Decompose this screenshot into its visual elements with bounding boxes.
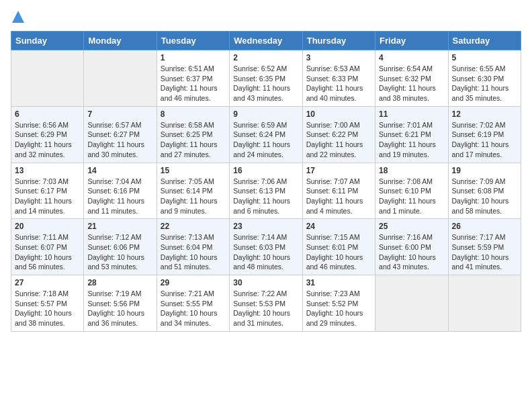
- calendar-week-row: 27Sunrise: 7:18 AM Sunset: 5:57 PM Dayli…: [11, 275, 521, 332]
- calendar-cell: [84, 50, 157, 107]
- day-number: 15: [161, 166, 226, 175]
- calendar-cell: 24Sunrise: 7:15 AM Sunset: 6:01 PM Dayli…: [302, 219, 375, 275]
- calendar-cell: 11Sunrise: 7:01 AM Sunset: 6:21 PM Dayli…: [375, 106, 448, 163]
- day-number: 31: [306, 278, 371, 287]
- day-number: 25: [379, 222, 444, 231]
- calendar-cell: 31Sunrise: 7:23 AM Sunset: 5:52 PM Dayli…: [302, 275, 375, 332]
- day-number: 27: [15, 278, 80, 287]
- calendar-cell: 5Sunrise: 6:55 AM Sunset: 6:30 PM Daylig…: [448, 50, 521, 107]
- calendar-header-thursday: Thursday: [302, 32, 375, 50]
- calendar-week-row: 1Sunrise: 6:51 AM Sunset: 6:37 PM Daylig…: [11, 50, 521, 107]
- day-number: 20: [15, 222, 80, 231]
- day-info: Sunrise: 7:06 AM Sunset: 6:13 PM Dayligh…: [233, 177, 298, 216]
- calendar-cell: 13Sunrise: 7:03 AM Sunset: 6:17 PM Dayli…: [11, 163, 84, 219]
- calendar-cell: 14Sunrise: 7:04 AM Sunset: 6:16 PM Dayli…: [84, 163, 157, 219]
- day-number: 2: [233, 53, 298, 62]
- day-info: Sunrise: 7:15 AM Sunset: 6:01 PM Dayligh…: [306, 232, 371, 272]
- calendar-cell: 3Sunrise: 6:53 AM Sunset: 6:33 PM Daylig…: [302, 50, 375, 107]
- calendar-cell: 17Sunrise: 7:07 AM Sunset: 6:11 PM Dayli…: [302, 163, 375, 219]
- calendar-cell: 9Sunrise: 6:59 AM Sunset: 6:24 PM Daylig…: [230, 106, 302, 163]
- day-info: Sunrise: 6:58 AM Sunset: 6:25 PM Dayligh…: [161, 120, 226, 160]
- day-info: Sunrise: 7:05 AM Sunset: 6:14 PM Dayligh…: [161, 177, 226, 216]
- day-number: 30: [233, 278, 298, 287]
- day-info: Sunrise: 7:09 AM Sunset: 6:08 PM Dayligh…: [452, 177, 517, 216]
- logo-icon: [12, 11, 24, 23]
- day-number: 7: [87, 109, 152, 119]
- calendar-cell: 6Sunrise: 6:56 AM Sunset: 6:29 PM Daylig…: [11, 106, 84, 163]
- day-number: 19: [452, 166, 517, 175]
- day-info: Sunrise: 6:54 AM Sunset: 6:32 PM Dayligh…: [379, 64, 444, 103]
- day-number: 4: [379, 53, 444, 62]
- day-info: Sunrise: 7:21 AM Sunset: 5:55 PM Dayligh…: [161, 289, 226, 328]
- day-number: 9: [233, 109, 298, 119]
- calendar-cell: 4Sunrise: 6:54 AM Sunset: 6:32 PM Daylig…: [375, 50, 448, 107]
- calendar-header-row: SundayMondayTuesdayWednesdayThursdayFrid…: [11, 32, 521, 50]
- day-number: 26: [452, 222, 517, 231]
- day-number: 22: [161, 222, 226, 231]
- calendar-cell: 22Sunrise: 7:13 AM Sunset: 6:04 PM Dayli…: [157, 219, 229, 275]
- day-info: Sunrise: 7:04 AM Sunset: 6:16 PM Dayligh…: [87, 177, 152, 216]
- calendar-cell: 15Sunrise: 7:05 AM Sunset: 6:14 PM Dayli…: [157, 163, 229, 219]
- day-number: 6: [15, 109, 80, 119]
- calendar-cell: 16Sunrise: 7:06 AM Sunset: 6:13 PM Dayli…: [230, 163, 302, 219]
- calendar-header-sunday: Sunday: [11, 32, 84, 50]
- calendar-table: SundayMondayTuesdayWednesdayThursdayFrid…: [11, 31, 521, 332]
- day-number: 16: [233, 166, 298, 175]
- day-number: 28: [87, 278, 152, 287]
- day-info: Sunrise: 7:00 AM Sunset: 6:22 PM Dayligh…: [306, 120, 371, 160]
- logo: [11, 11, 24, 23]
- day-info: Sunrise: 6:55 AM Sunset: 6:30 PM Dayligh…: [452, 64, 517, 103]
- calendar-cell: 18Sunrise: 7:08 AM Sunset: 6:10 PM Dayli…: [375, 163, 448, 219]
- calendar-cell: 21Sunrise: 7:12 AM Sunset: 6:06 PM Dayli…: [84, 219, 157, 275]
- day-info: Sunrise: 7:23 AM Sunset: 5:52 PM Dayligh…: [306, 289, 371, 328]
- day-info: Sunrise: 7:22 AM Sunset: 5:53 PM Dayligh…: [233, 289, 298, 328]
- calendar-header-friday: Friday: [375, 32, 448, 50]
- day-info: Sunrise: 7:07 AM Sunset: 6:11 PM Dayligh…: [306, 177, 371, 216]
- calendar-cell: 23Sunrise: 7:14 AM Sunset: 6:03 PM Dayli…: [230, 219, 302, 275]
- day-number: 10: [306, 109, 371, 119]
- day-info: Sunrise: 6:52 AM Sunset: 6:35 PM Dayligh…: [233, 64, 298, 103]
- day-info: Sunrise: 7:02 AM Sunset: 6:19 PM Dayligh…: [452, 120, 517, 160]
- day-number: 13: [15, 166, 80, 175]
- day-info: Sunrise: 6:53 AM Sunset: 6:33 PM Dayligh…: [306, 64, 371, 103]
- calendar-cell: 26Sunrise: 7:17 AM Sunset: 5:59 PM Dayli…: [448, 219, 521, 275]
- day-info: Sunrise: 7:19 AM Sunset: 5:56 PM Dayligh…: [87, 289, 152, 328]
- day-number: 21: [87, 222, 152, 231]
- day-number: 12: [452, 109, 517, 119]
- calendar-cell: 7Sunrise: 6:57 AM Sunset: 6:27 PM Daylig…: [84, 106, 157, 163]
- calendar-cell: 25Sunrise: 7:16 AM Sunset: 6:00 PM Dayli…: [375, 219, 448, 275]
- calendar-week-row: 20Sunrise: 7:11 AM Sunset: 6:07 PM Dayli…: [11, 219, 521, 275]
- page-header: [11, 11, 521, 23]
- day-number: 29: [161, 278, 226, 287]
- day-number: 11: [379, 109, 444, 119]
- calendar-header-saturday: Saturday: [448, 32, 521, 50]
- day-number: 18: [379, 166, 444, 175]
- day-info: Sunrise: 7:01 AM Sunset: 6:21 PM Dayligh…: [379, 120, 444, 160]
- calendar-header-tuesday: Tuesday: [157, 32, 229, 50]
- calendar-header-monday: Monday: [84, 32, 157, 50]
- day-info: Sunrise: 7:03 AM Sunset: 6:17 PM Dayligh…: [15, 177, 80, 216]
- calendar-cell: [448, 275, 521, 332]
- day-info: Sunrise: 6:51 AM Sunset: 6:37 PM Dayligh…: [161, 64, 226, 103]
- day-number: 5: [452, 53, 517, 62]
- calendar-cell: 20Sunrise: 7:11 AM Sunset: 6:07 PM Dayli…: [11, 219, 84, 275]
- day-info: Sunrise: 7:11 AM Sunset: 6:07 PM Dayligh…: [15, 232, 80, 272]
- day-info: Sunrise: 6:59 AM Sunset: 6:24 PM Dayligh…: [233, 120, 298, 160]
- calendar-week-row: 6Sunrise: 6:56 AM Sunset: 6:29 PM Daylig…: [11, 106, 521, 163]
- calendar-week-row: 13Sunrise: 7:03 AM Sunset: 6:17 PM Dayli…: [11, 163, 521, 219]
- calendar-cell: 2Sunrise: 6:52 AM Sunset: 6:35 PM Daylig…: [230, 50, 302, 107]
- calendar-cell: 28Sunrise: 7:19 AM Sunset: 5:56 PM Dayli…: [84, 275, 157, 332]
- day-info: Sunrise: 6:57 AM Sunset: 6:27 PM Dayligh…: [87, 120, 152, 160]
- day-number: 23: [233, 222, 298, 231]
- day-number: 17: [306, 166, 371, 175]
- day-info: Sunrise: 7:08 AM Sunset: 6:10 PM Dayligh…: [379, 177, 444, 216]
- day-number: 1: [161, 53, 226, 62]
- calendar-cell: 29Sunrise: 7:21 AM Sunset: 5:55 PM Dayli…: [157, 275, 229, 332]
- day-info: Sunrise: 7:17 AM Sunset: 5:59 PM Dayligh…: [452, 232, 517, 272]
- calendar-cell: 8Sunrise: 6:58 AM Sunset: 6:25 PM Daylig…: [157, 106, 229, 163]
- day-info: Sunrise: 7:12 AM Sunset: 6:06 PM Dayligh…: [87, 232, 152, 272]
- day-number: 8: [161, 109, 226, 119]
- calendar-cell: 1Sunrise: 6:51 AM Sunset: 6:37 PM Daylig…: [157, 50, 229, 107]
- calendar-cell: 12Sunrise: 7:02 AM Sunset: 6:19 PM Dayli…: [448, 106, 521, 163]
- day-info: Sunrise: 7:13 AM Sunset: 6:04 PM Dayligh…: [161, 232, 226, 272]
